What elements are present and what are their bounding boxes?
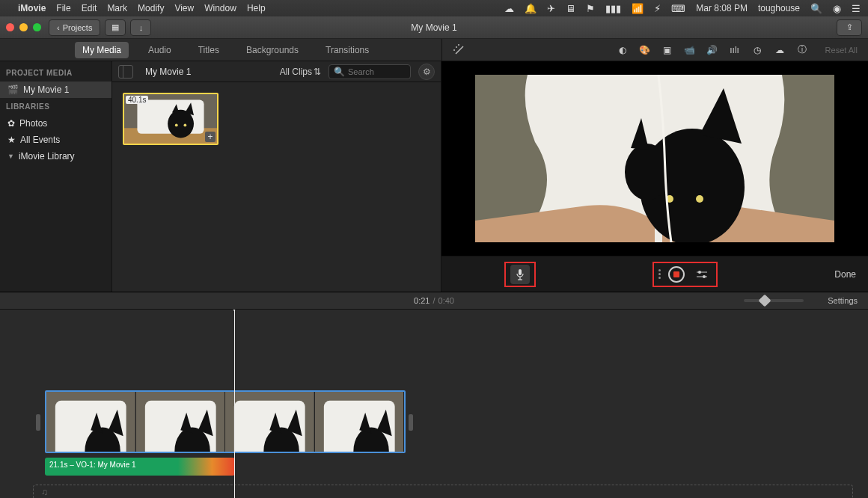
timeline-zoom-slider[interactable] (744, 299, 804, 302)
zoom-window-button[interactable] (33, 23, 41, 31)
done-button[interactable]: Done (834, 269, 856, 280)
record-button[interactable] (668, 266, 685, 283)
charge-icon[interactable]: ⚡︎ (654, 3, 661, 14)
panel-toggle-button[interactable] (118, 65, 133, 79)
svg-point-1 (458, 44, 459, 46)
location-icon[interactable]: ✈︎ (547, 3, 555, 14)
macos-menubar: iMovie File Edit Mark Modify View Window… (0, 0, 868, 16)
wifi-icon[interactable]: 📶 (632, 3, 644, 14)
volume-icon[interactable]: 🔊 (706, 43, 719, 57)
noise-reduction-icon[interactable]: ıılı (728, 43, 742, 57)
svg-point-23 (698, 271, 701, 274)
share-button[interactable]: ⇪ (837, 19, 862, 36)
timeline-header: 0:21 / 0:40 Settings (0, 292, 868, 310)
audio-level-icon (658, 269, 661, 279)
chevron-left-icon: ‹ (57, 23, 60, 32)
bluetooth-icon[interactable]: ⚑ (586, 3, 595, 14)
browser-title: My Movie 1 (145, 67, 191, 77)
menu-item-file[interactable]: File (56, 3, 70, 13)
menu-item-mark[interactable]: Mark (107, 3, 127, 13)
timeline[interactable]: 21.1s – VO-1: My Movie 1 ♫ (0, 310, 868, 498)
playhead[interactable] (234, 310, 235, 498)
browser-gear-button[interactable]: ⚙ (418, 64, 435, 80)
tab-backgrounds[interactable]: Backgrounds (239, 42, 306, 58)
menubar-user[interactable]: toughouse (758, 3, 800, 13)
sliders-icon (696, 269, 708, 280)
menu-item-window[interactable]: Window (204, 3, 236, 13)
svg-rect-19 (519, 269, 522, 275)
input-icon[interactable]: ⌨︎ (671, 3, 685, 14)
search-input[interactable] (348, 67, 408, 76)
media-tabs: My Media Audio Titles Backgrounds Transi… (0, 39, 441, 61)
control-center-icon[interactable]: ☰ (852, 3, 861, 14)
search-field[interactable]: 🔍 (328, 64, 411, 79)
background-music-well[interactable]: ♫ (33, 485, 853, 498)
total-duration: 0:40 (438, 296, 454, 305)
voiceover-options-button[interactable] (692, 265, 712, 284)
voiceover-button[interactable] (510, 265, 530, 284)
zoom-knob[interactable] (759, 295, 771, 307)
sidebar-section-project-media: PROJECT MEDIA (0, 64, 111, 82)
preview-viewer[interactable] (441, 61, 868, 256)
reset-all-button[interactable]: Reset All (825, 46, 858, 55)
clip-thumbnail[interactable]: 40.1s + (123, 93, 218, 145)
import-button[interactable]: ↓ (130, 19, 151, 36)
sidebar-item-label: iMovie Library (19, 151, 75, 162)
minimize-window-button[interactable] (19, 23, 28, 31)
timeline-settings-button[interactable]: Settings (828, 296, 858, 305)
menubar-clock[interactable]: Mar 8:08 PM (696, 3, 748, 13)
time-separator: / (433, 296, 435, 305)
info-icon[interactable]: ⓘ (795, 43, 809, 57)
menu-item-help[interactable]: Help (247, 3, 266, 13)
stabilization-icon[interactable]: 📹 (683, 43, 697, 57)
window-controls (6, 23, 41, 31)
window-toolbar: ‹ Projects ▦ ↓ My Movie 1 ⇪ (0, 16, 868, 39)
clip-trim-handle-right[interactable] (409, 414, 413, 431)
close-window-button[interactable] (6, 23, 14, 31)
color-balance-icon[interactable]: ◐ (616, 43, 629, 57)
menu-item-edit[interactable]: Edit (82, 3, 97, 13)
clapper-icon: 🎬 (7, 84, 19, 95)
clip-filter-dropdown[interactable]: All Clips ⇅ (280, 67, 321, 77)
menu-item-modify[interactable]: Modify (138, 3, 164, 13)
svg-point-10 (183, 124, 186, 127)
voiceover-clip-label: 21.1s – VO-1: My Movie 1 (49, 461, 136, 469)
crop-icon[interactable]: ▣ (661, 43, 674, 57)
voiceover-clip[interactable]: 21.1s – VO-1: My Movie 1 (45, 458, 235, 476)
display-icon[interactable]: 🖥 (566, 3, 575, 14)
battery-icon[interactable]: ▮▮▮ (605, 3, 621, 14)
sidebar: PROJECT MEDIA 🎬 My Movie 1 LIBRARIES ✿ P… (0, 61, 112, 292)
wechat-icon[interactable]: ☁︎ (504, 3, 514, 14)
spotlight-icon[interactable]: 🔍 (810, 3, 822, 14)
notification-icon[interactable]: 🔔 (525, 3, 537, 14)
tab-titles[interactable]: Titles (191, 42, 227, 58)
siri-icon[interactable]: ◉ (833, 3, 841, 14)
caret-down-icon: ▼ (7, 153, 14, 160)
download-icon: ↓ (139, 23, 144, 32)
filter-label: All Clips (280, 67, 312, 77)
projects-back-button[interactable]: ‹ Projects (49, 19, 100, 36)
tab-my-media[interactable]: My Media (75, 42, 129, 58)
speed-icon[interactable]: ◷ (751, 43, 764, 57)
menu-item-view[interactable]: View (174, 3, 194, 13)
add-clip-button[interactable]: + (205, 132, 216, 142)
color-correction-icon[interactable]: 🎨 (638, 43, 652, 57)
app-name[interactable]: iMovie (18, 3, 46, 13)
svg-point-14 (625, 144, 670, 200)
video-clip[interactable] (45, 390, 406, 453)
tab-audio[interactable]: Audio (141, 42, 179, 58)
clip-trim-handle-left[interactable] (36, 414, 40, 431)
clip-filter-icon[interactable]: ☁︎ (773, 43, 786, 57)
sidebar-item-label: My Movie 1 (23, 84, 69, 95)
svg-point-0 (456, 46, 457, 48)
enhance-wand-icon[interactable] (453, 43, 466, 57)
sidebar-item-label: Photos (19, 118, 47, 129)
tab-transitions[interactable]: Transitions (318, 42, 376, 58)
view-layout-button[interactable]: ▦ (105, 19, 126, 36)
sidebar-item-project[interactable]: 🎬 My Movie 1 (0, 82, 111, 98)
sidebar-item-photos[interactable]: ✿ Photos (0, 115, 111, 132)
tabs-row: My Media Audio Titles Backgrounds Transi… (0, 39, 868, 61)
projects-label: Projects (63, 23, 93, 32)
sidebar-item-imovie-library[interactable]: ▼ iMovie Library (0, 148, 111, 165)
sidebar-item-all-events[interactable]: ★ All Events (0, 132, 111, 148)
